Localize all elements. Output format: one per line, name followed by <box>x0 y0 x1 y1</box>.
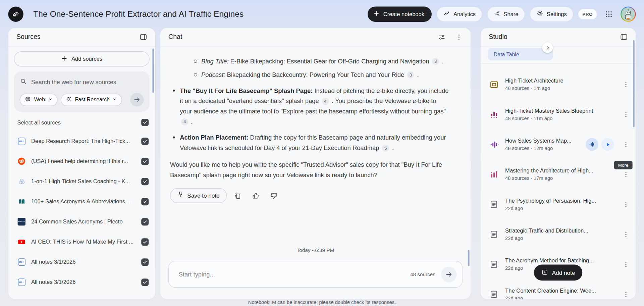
share-icon <box>494 10 500 18</box>
source-title: AI CEO: THIS is How I'd Make My First ..… <box>31 239 136 245</box>
source-row[interactable]: PLECTO 24 Common Sales Acronyms | Plecto <box>14 212 150 232</box>
studio-item[interactable]: The Content Creation Engine: Wee... 22d … <box>481 279 636 299</box>
studio-item-title: How Sales Systems Map... <box>505 138 580 144</box>
studio-item-meta: 48 sources · 12m ago <box>505 145 580 151</box>
sources-scrollbar-thumb[interactable] <box>152 48 154 93</box>
item-more-menu-icon[interactable] <box>620 228 632 240</box>
collapse-panel-icon[interactable] <box>137 31 150 43</box>
item-more-menu-icon[interactable] <box>620 109 632 120</box>
select-all-label: Select all sources <box>17 119 61 125</box>
source-checkbox[interactable] <box>141 218 149 225</box>
chart-icon <box>489 169 499 180</box>
studio-item[interactable]: High-Ticket Mastery Sales Blueprint 48 s… <box>481 99 636 129</box>
source-row[interactable]: (USA) I need help determining if this r.… <box>14 151 150 171</box>
avatar[interactable] <box>621 6 636 21</box>
studio-panel-title: Studio <box>489 33 507 41</box>
chat-panel: Chat Blog Title: E-Bike Bikepacking: Ess… <box>160 28 471 299</box>
source-row[interactable]: m+ All notes 3/1/2026 <box>14 272 150 292</box>
research-mode-selector[interactable]: Fast Research <box>61 94 122 106</box>
chat-closing-paragraph: Would you like me to help you write the … <box>170 159 449 180</box>
notebooklm-logo-icon[interactable] <box>8 6 23 21</box>
plus-icon <box>373 10 379 18</box>
source-row[interactable]: m+ All notes 3/1/2026 <box>14 252 150 272</box>
studio-item-title: High Ticket Architecture <box>505 78 614 84</box>
notebook-doc-icon: m+ <box>17 137 26 146</box>
chat-scrollbar-thumb[interactable] <box>468 250 470 266</box>
chat-input[interactable] <box>179 271 405 278</box>
notebooklm-app: The One-Sentence Profit Extractor and AI… <box>0 0 644 306</box>
reddit-icon <box>17 157 26 166</box>
citation-chip[interactable]: 4 <box>322 98 329 105</box>
item-more-menu-icon[interactable] <box>620 169 632 180</box>
studio-item-actions <box>586 138 614 151</box>
studio-scrollbar-thumb[interactable] <box>633 40 635 128</box>
item-more-menu-icon[interactable] <box>620 79 632 90</box>
search-submit-button[interactable] <box>130 93 144 106</box>
gear-icon <box>536 10 543 18</box>
studio-item[interactable]: How Sales Systems Map... 48 sources · 12… <box>481 130 636 159</box>
apps-grid-icon[interactable] <box>602 7 616 21</box>
interactive-audio-icon[interactable] <box>586 138 598 151</box>
source-row[interactable]: 1-on-1 High Ticket Sales Coaching - K... <box>14 171 150 192</box>
share-button[interactable]: Share <box>487 6 525 21</box>
sources-panel-title: Sources <box>16 33 41 41</box>
add-note-button[interactable]: Add note <box>534 265 583 281</box>
chevron-down-icon <box>48 97 52 103</box>
source-checkbox[interactable] <box>141 238 149 246</box>
studio-item[interactable]: Strategic Traffic and Distribution... 22… <box>481 219 636 249</box>
select-all-checkbox[interactable] <box>141 119 149 126</box>
expand-panel-icon[interactable] <box>618 31 630 43</box>
studio-item-meta: 22d ago <box>505 295 614 299</box>
search-icon <box>20 78 27 87</box>
create-notebook-button[interactable]: Create notebook <box>368 6 432 21</box>
chat-more-menu-icon[interactable] <box>452 31 465 43</box>
thumbs-up-icon[interactable] <box>249 189 263 203</box>
studio-item-title: Mastering the Architecture of High... <box>505 168 614 174</box>
studio-item-meta: 48 sources · 1m ago <box>505 86 614 91</box>
chat-settings-icon[interactable] <box>435 31 448 43</box>
disclaimer-text: NotebookLM can be inaccurate; please dou… <box>0 300 644 305</box>
settings-button[interactable]: Settings <box>530 6 574 21</box>
source-checkbox[interactable] <box>141 198 149 205</box>
source-row[interactable]: AI CEO: THIS is How I'd Make My First ..… <box>14 232 150 252</box>
item-more-menu-icon[interactable] <box>620 199 632 210</box>
item-more-menu-icon[interactable] <box>620 259 632 270</box>
studio-item[interactable]: Mastering the Architecture of High... 48… <box>481 159 636 189</box>
source-checkbox[interactable] <box>141 138 149 145</box>
web-source-selector[interactable]: Web <box>20 94 57 106</box>
trending-up-icon <box>443 10 450 18</box>
source-checkbox[interactable] <box>141 278 149 286</box>
web-search-input[interactable] <box>31 79 144 86</box>
studio-item[interactable]: The Psychology of Persuasion: Hig... 22d… <box>481 189 636 219</box>
citation-chip[interactable]: 4 <box>181 118 188 125</box>
source-count-label: 48 sources <box>410 271 435 277</box>
source-checkbox[interactable] <box>141 158 149 165</box>
fast-research-icon <box>65 96 72 103</box>
save-to-note-button[interactable]: Save to note <box>170 188 227 203</box>
pro-badge: PRO <box>578 9 597 19</box>
analytics-button[interactable]: Analytics <box>437 6 482 21</box>
chat-sub-bullet-list: Blog Title: E-Bike Bikepacking: Essentia… <box>170 56 449 80</box>
source-title: (USA) I need help determining if this r.… <box>31 158 136 164</box>
item-more-menu-icon[interactable] <box>620 289 632 299</box>
citation-chip[interactable]: 3 <box>432 58 439 65</box>
add-sources-button[interactable]: Add sources <box>14 51 150 66</box>
source-title: Deep Research Report: The High-Tick... <box>31 138 136 144</box>
source-checkbox[interactable] <box>141 258 149 266</box>
studio-item[interactable]: High Ticket Architecture 48 sources · 1m… <box>481 69 636 99</box>
copy-icon[interactable] <box>231 189 245 203</box>
source-row[interactable]: 100+ Sales Acronyms & Abbreviations... <box>14 192 150 212</box>
play-icon[interactable] <box>601 138 614 151</box>
source-row[interactable]: m+ Deep Research Report: The High-Tick..… <box>14 131 150 151</box>
add-note-icon <box>541 268 548 276</box>
citation-chip[interactable]: 3 <box>407 71 414 79</box>
send-button[interactable] <box>441 266 457 282</box>
item-more-menu-icon[interactable] <box>620 139 632 150</box>
chip-carousel-next-button[interactable] <box>542 42 553 53</box>
source-checkbox[interactable] <box>141 178 149 185</box>
studio-item-meta: 22d ago <box>505 205 614 211</box>
thumbs-down-icon[interactable] <box>267 189 281 203</box>
citation-chip[interactable]: 5 <box>382 145 389 152</box>
notebook-doc-icon: m+ <box>17 258 26 266</box>
report-icon <box>489 229 499 240</box>
